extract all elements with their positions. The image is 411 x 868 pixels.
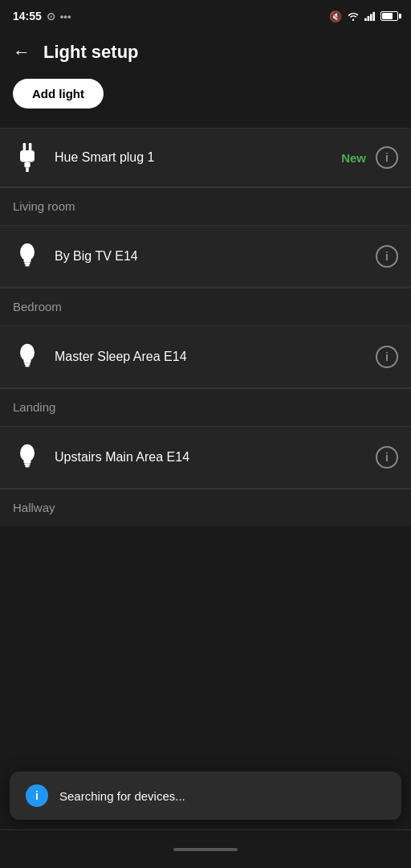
status-icons: 🔇 <box>329 10 398 23</box>
bottom-nav-bar <box>0 829 411 868</box>
device-info-master-sleep[interactable]: i <box>376 346 398 368</box>
svg-rect-20 <box>25 465 29 468</box>
unpaired-device-item: Hue Smart plug 1 New i <box>0 128 411 187</box>
svg-rect-5 <box>29 143 32 150</box>
section-header-bedroom: Bedroom <box>0 288 411 326</box>
section-header-living-room: Living room <box>0 187 411 226</box>
svg-rect-4 <box>23 143 26 150</box>
wifi-icon <box>347 11 360 21</box>
svg-rect-6 <box>20 150 35 162</box>
toast-notification: i Searching for devices... <box>10 772 401 820</box>
bulb-icon-bedroom <box>13 342 42 371</box>
status-indicator: ⊙ <box>47 10 55 23</box>
device-item-master-sleep: Master Sleep Area E14 i <box>0 326 411 388</box>
svg-rect-19 <box>24 463 30 465</box>
device-name-master-sleep: Master Sleep Area E14 <box>55 350 376 364</box>
status-bar: 14:55 ⊙ ••• 🔇 <box>0 0 411 32</box>
svg-rect-16 <box>25 365 29 367</box>
plug-icon <box>13 143 42 172</box>
add-button-container: Add light <box>0 79 411 128</box>
svg-rect-7 <box>24 162 30 167</box>
device-info-upstairs-main[interactable]: i <box>376 446 398 469</box>
notification-dots: ••• <box>60 10 71 23</box>
battery-icon <box>380 11 398 21</box>
svg-rect-2 <box>370 14 372 21</box>
svg-rect-12 <box>25 264 29 267</box>
svg-point-9 <box>20 244 35 261</box>
svg-rect-15 <box>24 362 30 365</box>
device-name-by-big-tv: By Big TV E14 <box>55 249 376 264</box>
add-light-button[interactable]: Add light <box>13 79 104 108</box>
toast-message: Searching for devices... <box>59 789 185 803</box>
svg-point-17 <box>20 444 35 462</box>
unpaired-device-info-button[interactable]: i <box>376 146 398 169</box>
device-item-upstairs-main: Upstairs Main Area E14 i <box>0 427 411 489</box>
bulb-icon-landing <box>13 443 42 472</box>
section-header-hallway: Hallway <box>0 489 411 526</box>
section-header-landing: Landing <box>0 388 411 427</box>
svg-point-13 <box>20 344 35 362</box>
status-time: 14:55 ⊙ ••• <box>13 10 71 23</box>
toast-info-icon: i <box>26 784 48 807</box>
svg-rect-18 <box>24 461 31 464</box>
bulb-icon-living-room <box>13 242 42 271</box>
signal-icon <box>364 11 376 21</box>
svg-rect-0 <box>364 18 367 21</box>
svg-rect-8 <box>26 168 29 172</box>
page-title: Light setup <box>43 42 139 63</box>
svg-rect-14 <box>24 360 31 363</box>
device-item-by-big-tv: By Big TV E14 i <box>0 226 411 288</box>
device-name-upstairs-main: Upstairs Main Area E14 <box>55 450 376 465</box>
unpaired-device-name: Hue Smart plug 1 <box>55 150 341 165</box>
section-title-landing: Landing <box>13 400 55 414</box>
svg-rect-3 <box>372 12 375 21</box>
device-info-by-big-tv[interactable]: i <box>376 245 398 268</box>
section-title-living-room: Living room <box>13 199 75 213</box>
mute-icon: 🔇 <box>329 10 342 23</box>
time-display: 14:55 <box>13 10 42 23</box>
section-title-bedroom: Bedroom <box>13 300 62 313</box>
new-badge: New <box>341 151 366 165</box>
page-header: ← Light setup <box>0 32 411 79</box>
svg-rect-11 <box>24 262 30 264</box>
svg-rect-10 <box>24 260 31 263</box>
back-button[interactable]: ← <box>13 43 31 61</box>
svg-rect-1 <box>368 16 370 21</box>
bottom-bar-indicator <box>173 848 238 851</box>
section-title-hallway: Hallway <box>13 501 55 514</box>
